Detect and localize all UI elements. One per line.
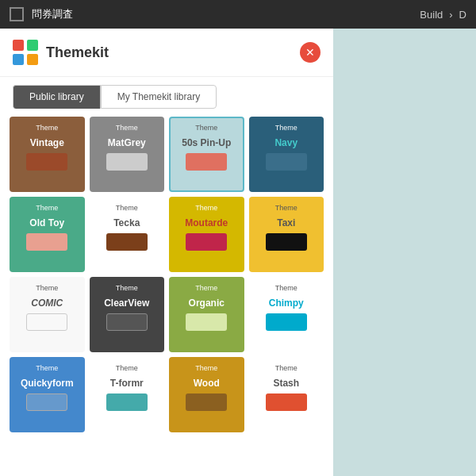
theme-name-moutarde: Moutarde [185,217,228,228]
theme-swatch-wood [186,393,227,411]
top-bar: 問券調査 Build › D [0,0,476,29]
theme-label-matgrey: Theme [116,125,138,132]
theme-name-clearview: ClearView [104,298,149,309]
tab-my-library[interactable]: My Themekit library [101,85,217,109]
theme-card-tformr[interactable]: ThemeT-formr [90,357,165,432]
theme-swatch-oldtoy [26,233,67,251]
theme-card-matgrey[interactable]: ThemeMatGrey [90,117,165,192]
theme-card-stash[interactable]: ThemeStash [249,357,324,432]
dialog-title: Themekit [46,44,109,61]
theme-swatch-tecka [106,233,148,251]
theme-name-chimpy: Chimpy [269,298,304,309]
theme-card-taxi[interactable]: ThemeTaxi [249,197,324,272]
theme-swatch-moutarde [186,233,227,251]
svg-rect-0 [13,40,24,51]
theme-label-quickyform: Theme [36,365,58,373]
window-title: 問券調査 [32,7,73,21]
theme-swatch-comic [26,313,67,331]
theme-swatch-organic [186,313,227,331]
window-icon [10,7,24,21]
build-label: Build [420,9,443,21]
theme-name-oldtoy: Old Toy [29,217,64,228]
preview-panel [333,29,476,476]
theme-label-vintage: Theme [36,125,58,132]
theme-name-quickyform: Quickyform [21,378,74,389]
theme-card-comic[interactable]: ThemeCOMIC [10,277,85,352]
theme-swatch-tformr [106,393,148,411]
theme-name-organic: Organic [189,298,225,309]
theme-name-50spinup: 50s Pin-Up [182,137,231,148]
breadcrumb-arrow: › [449,9,452,21]
dialog-panel: Themekit ✕ Public library My Themekit li… [0,29,333,476]
theme-card-oldtoy[interactable]: ThemeOld Toy [10,197,85,272]
theme-name-vintage: Vintage [30,137,64,148]
theme-card-organic[interactable]: ThemeOrganic [169,277,244,352]
theme-name-comic: COMIC [31,298,63,309]
theme-card-clearview[interactable]: ThemeClearView [90,277,165,352]
theme-name-matgrey: MatGrey [108,137,146,148]
svg-rect-3 [27,54,38,65]
theme-card-vintage[interactable]: ThemeVintage [10,117,85,192]
theme-label-taxi: Theme [275,205,298,213]
theme-swatch-quickyform [26,393,67,411]
theme-label-moutarde: Theme [195,205,217,213]
theme-card-50spinup[interactable]: Theme50s Pin-Up [169,117,244,192]
svg-rect-1 [27,40,38,51]
theme-name-tecka: Tecka [113,217,140,228]
next-label: D [459,9,466,21]
dialog-header: Themekit ✕ [0,29,333,77]
close-button[interactable]: ✕ [300,42,321,63]
theme-card-tecka[interactable]: ThemeTecka [90,197,165,272]
theme-label-tecka: Theme [116,205,138,213]
theme-swatch-chimpy [266,313,307,331]
theme-swatch-taxi [266,233,307,251]
theme-swatch-stash [266,393,307,411]
main-layout: Themekit ✕ Public library My Themekit li… [0,29,476,476]
theme-label-organic: Theme [195,285,217,293]
theme-card-moutarde[interactable]: ThemeMoutarde [169,197,244,272]
theme-label-50spinup: Theme [195,125,217,132]
theme-label-chimpy: Theme [275,285,298,293]
theme-label-wood: Theme [195,365,217,373]
theme-label-stash: Theme [275,365,298,373]
theme-name-navy: Navy [274,137,298,148]
svg-rect-2 [13,54,24,65]
theme-name-taxi: Taxi [277,217,295,228]
theme-label-tformr: Theme [116,365,138,373]
theme-card-wood[interactable]: ThemeWood [169,357,244,432]
theme-name-tformr: T-formr [110,378,144,389]
theme-label-clearview: Theme [116,285,138,293]
theme-swatch-vintage [26,153,67,171]
theme-swatch-navy [266,153,307,171]
theme-label-comic: Theme [36,285,58,293]
theme-label-navy: Theme [275,125,298,132]
theme-name-stash: Stash [273,378,299,389]
themes-grid: ThemeVintageThemeMatGreyTheme50s Pin-UpT… [10,117,324,432]
theme-card-navy[interactable]: ThemeNavy [249,117,324,192]
tabs-bar: Public library My Themekit library [0,77,333,109]
theme-card-quickyform[interactable]: ThemeQuickyform [10,357,85,432]
themekit-logo-icon [13,40,38,65]
top-bar-right: Build › D [420,9,466,21]
themes-container[interactable]: ThemeVintageThemeMatGreyTheme50s Pin-UpT… [0,109,333,476]
theme-label-oldtoy: Theme [36,205,58,213]
theme-card-chimpy[interactable]: ThemeChimpy [249,277,324,352]
theme-swatch-matgrey [106,153,148,171]
theme-swatch-clearview [106,313,148,331]
theme-swatch-50spinup [186,153,227,171]
theme-name-wood: Wood [194,378,220,389]
tab-public[interactable]: Public library [13,85,101,109]
